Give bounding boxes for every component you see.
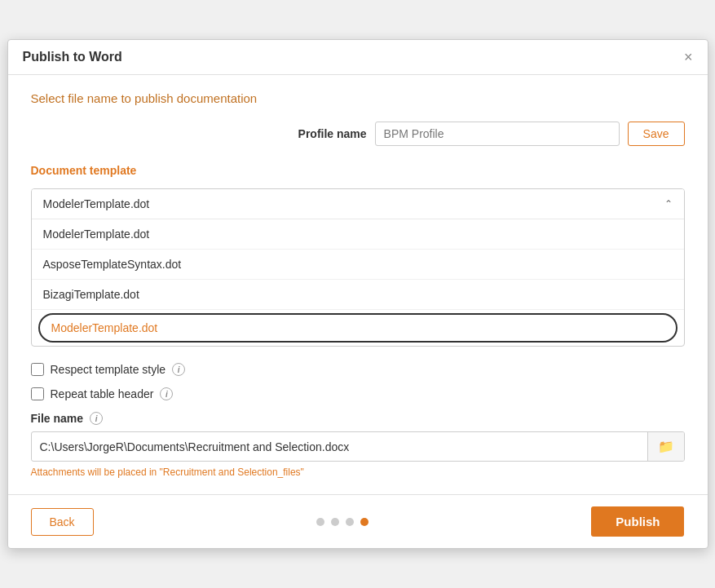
profile-label: Profile name: [298, 127, 367, 140]
repeat-table-header-checkbox[interactable]: [31, 387, 44, 400]
respect-template-label: Respect template style: [51, 363, 166, 376]
list-item[interactable]: AsposeTemplateSyntax.dot: [32, 250, 684, 280]
close-button[interactable]: ×: [684, 50, 693, 64]
repeat-table-row: Repeat table header i: [31, 387, 685, 400]
repeat-table-label: Repeat table header: [51, 387, 154, 400]
attachment-note: Attachments will be placed in "Recruitme…: [31, 466, 685, 478]
dropdown-header[interactable]: ModelerTemplate.dot ⌃: [32, 189, 684, 219]
document-template-title: Document template: [31, 164, 685, 177]
dialog-footer: Back Publish: [8, 494, 708, 548]
list-item-selected[interactable]: ModelerTemplate.dot: [38, 313, 677, 343]
publish-to-word-dialog: Publish to Word × Select file name to pu…: [7, 39, 708, 549]
dot-1: [316, 518, 324, 526]
dropdown-items-list: ModelerTemplate.dot AsposeTemplateSyntax…: [32, 219, 684, 343]
publish-button[interactable]: Publish: [591, 506, 684, 537]
back-button[interactable]: Back: [31, 508, 94, 536]
dropdown-selected-value: ModelerTemplate.dot: [43, 197, 150, 210]
dot-2: [331, 518, 339, 526]
file-name-label: File name: [31, 412, 84, 425]
save-button[interactable]: Save: [628, 122, 685, 146]
file-input-row: 📁: [31, 431, 685, 462]
repeat-table-info-icon: i: [160, 387, 173, 400]
respect-template-row: Respect template style i: [31, 363, 685, 376]
template-dropdown: ModelerTemplate.dot ⌃ ModelerTemplate.do…: [31, 188, 685, 347]
dialog-title: Publish to Word: [23, 50, 122, 64]
dialog-header: Publish to Word ×: [8, 40, 708, 75]
dot-4-active: [360, 518, 369, 526]
file-path-input[interactable]: [32, 434, 647, 460]
browse-folder-button[interactable]: 📁: [647, 432, 684, 461]
respect-template-info-icon: i: [172, 363, 185, 376]
file-section: File name i 📁 Attachments will be placed…: [31, 412, 685, 478]
chevron-up-icon: ⌃: [664, 198, 673, 210]
list-item[interactable]: ModelerTemplate.dot: [32, 219, 684, 250]
subtitle-text: Select file name to publish documentatio…: [31, 91, 685, 105]
profile-row: Profile name Save: [31, 122, 685, 146]
respect-template-checkbox[interactable]: [31, 363, 44, 376]
file-name-info-icon: i: [90, 412, 103, 425]
file-label-row: File name i: [31, 412, 685, 425]
list-item[interactable]: BizagiTemplate.dot: [32, 280, 684, 310]
pagination-dots: [316, 518, 369, 526]
dot-3: [346, 518, 354, 526]
profile-name-input[interactable]: [375, 122, 620, 146]
dialog-body: Select file name to publish documentatio…: [8, 75, 708, 494]
